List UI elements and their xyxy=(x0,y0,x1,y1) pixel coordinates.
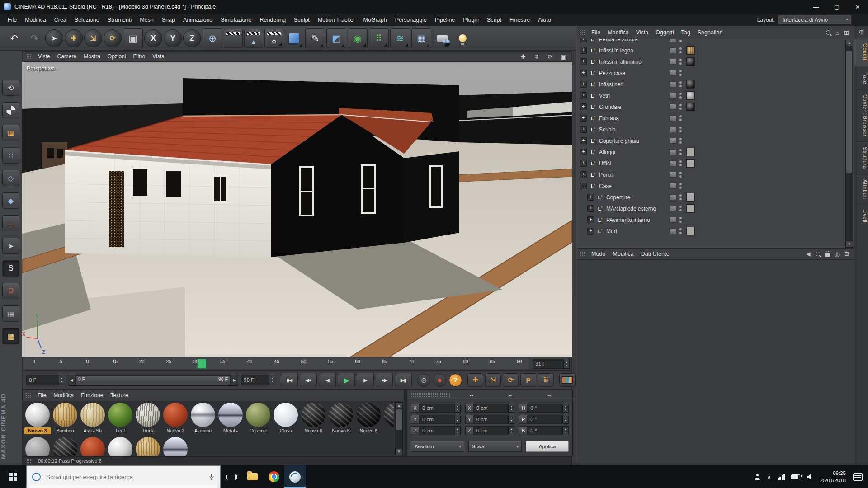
mograph-icon[interactable]: ⠿ xyxy=(369,28,389,48)
current-frame-field[interactable]: 31 F xyxy=(533,359,564,369)
material-sphere[interactable] xyxy=(25,403,50,427)
timeline-tick[interactable]: 85 xyxy=(487,359,497,369)
range-end-spinner[interactable] xyxy=(269,375,275,385)
object-label[interactable]: Coperture xyxy=(606,194,630,201)
layer-tag-icon[interactable] xyxy=(670,172,676,178)
material-name[interactable]: Ceramic xyxy=(245,427,271,434)
redo-icon[interactable]: ↷ xyxy=(25,29,44,48)
subdivision-surface-icon[interactable]: ◩ xyxy=(326,28,346,48)
position-group-dropdown[interactable]: -- xyxy=(452,392,491,398)
material-name[interactable]: Leaf xyxy=(107,427,133,434)
menu-item[interactable]: Simulazione xyxy=(217,15,255,25)
menu-item[interactable]: File xyxy=(588,28,604,37)
layer-tag-icon[interactable] xyxy=(670,206,676,211)
object-label[interactable]: Persiane scuola xyxy=(599,39,637,42)
rot-h-spinner[interactable] xyxy=(563,404,569,413)
menu-item[interactable]: Modifica xyxy=(604,28,632,37)
expand-toggle-icon[interactable]: + xyxy=(580,126,587,133)
material-item[interactable]: Leaf xyxy=(107,402,133,436)
material-sphere[interactable] xyxy=(191,403,215,427)
visibility-dots-icon[interactable] xyxy=(679,194,682,200)
gear-icon[interactable]: ⚙ xyxy=(859,28,864,35)
battery-icon[interactable] xyxy=(791,474,800,479)
visibility-dots-icon[interactable] xyxy=(679,115,682,121)
size-y-spinner[interactable] xyxy=(509,415,514,424)
material-item[interactable] xyxy=(24,436,51,456)
menu-item[interactable]: Plugin xyxy=(459,15,483,25)
range-right-arrow[interactable]: ▶ xyxy=(231,375,238,385)
zoom-view-icon[interactable]: ⇕ xyxy=(533,53,541,60)
grid-icon[interactable] xyxy=(844,251,849,257)
material-item[interactable]: Aluminu xyxy=(190,402,216,436)
key-rotation-button[interactable]: ⟳ xyxy=(503,373,519,387)
object-row[interactable]: + Coperture xyxy=(576,192,854,203)
key-position-button[interactable]: ✚ xyxy=(467,373,483,387)
range-left-arrow[interactable]: ◀ xyxy=(68,375,75,385)
next-key-button[interactable]: ●▶ xyxy=(376,373,393,387)
go-to-end-button[interactable]: ▶▮ xyxy=(395,373,412,387)
material-sphere[interactable] xyxy=(108,437,132,456)
material-chip[interactable] xyxy=(686,193,695,202)
next-frame-button[interactable]: ▶ xyxy=(357,373,374,387)
search-icon[interactable] xyxy=(826,30,830,35)
workplane-mode-icon[interactable]: ▦ xyxy=(2,125,19,141)
material-chip[interactable] xyxy=(686,91,695,100)
spline-pen-icon[interactable]: ✎ xyxy=(305,28,325,48)
menu-item[interactable]: Tag xyxy=(678,28,694,37)
rot-p-input[interactable]: 0 ° xyxy=(528,415,563,424)
minimize-button[interactable]: — xyxy=(806,0,826,14)
object-label[interactable]: MArciapiede esterno xyxy=(606,206,656,212)
light-icon[interactable] xyxy=(453,29,472,48)
object-row[interactable]: + Persiane scuola xyxy=(576,39,854,45)
record-scene-button[interactable]: ⊘ xyxy=(417,374,430,387)
layer-tag-icon[interactable] xyxy=(670,59,676,65)
size-z-input[interactable]: 0 cm xyxy=(474,426,509,435)
material-name[interactable]: Nuovo.3 xyxy=(24,427,51,434)
layer-tag-icon[interactable] xyxy=(670,217,676,223)
material-item[interactable]: Glass xyxy=(273,402,299,436)
rot-p-spinner[interactable] xyxy=(563,415,569,424)
material-item[interactable] xyxy=(162,436,189,456)
menu-item[interactable]: Segnalibri xyxy=(694,28,726,37)
object-row[interactable]: + Alloggi xyxy=(576,146,854,158)
layer-tag-icon[interactable] xyxy=(670,47,676,53)
layer-tag-icon[interactable] xyxy=(670,93,676,99)
material-item[interactable]: Nuovo.6 xyxy=(355,402,382,436)
timeline-tick[interactable]: 90 xyxy=(514,359,524,369)
material-item[interactable]: Nuovo.2 xyxy=(162,402,189,436)
panel-drag-handle[interactable] xyxy=(580,30,585,36)
material-item[interactable] xyxy=(383,402,394,436)
material-sphere[interactable] xyxy=(301,403,326,427)
material-item[interactable] xyxy=(135,436,161,456)
range-handle[interactable] xyxy=(76,376,230,385)
visibility-dots-icon[interactable] xyxy=(679,127,682,132)
layer-tag-icon[interactable] xyxy=(670,39,676,42)
expand-toggle-icon[interactable]: + xyxy=(580,103,587,110)
key-pla-button[interactable]: ⠿ xyxy=(538,373,554,387)
material-item[interactable] xyxy=(80,436,106,456)
key-parameter-button[interactable]: P xyxy=(520,373,536,387)
move-icon[interactable]: ✚ xyxy=(65,29,83,47)
expand-toggle-icon[interactable]: + xyxy=(587,228,594,235)
tab-livelli[interactable]: Livelli xyxy=(854,204,868,229)
menu-item[interactable]: Aiuto xyxy=(534,15,555,25)
search-icon[interactable] xyxy=(816,252,820,256)
menu-item[interactable]: Motion Tracker xyxy=(314,15,359,25)
menu-item[interactable]: Filtro xyxy=(130,52,149,61)
expand-toggle-icon[interactable]: + xyxy=(580,92,587,99)
object-label[interactable]: Porcili xyxy=(599,172,614,178)
coordinate-system-icon[interactable]: ⊕ xyxy=(203,28,222,48)
y-axis-lock-icon[interactable]: Y xyxy=(164,29,182,47)
object-row[interactable]: + Infissi in legno xyxy=(576,45,854,56)
active-tool-icon[interactable]: ▣ xyxy=(123,28,143,48)
menu-item[interactable]: Dati Utente xyxy=(637,249,673,258)
task-view-button[interactable] xyxy=(221,465,242,488)
visibility-dots-icon[interactable] xyxy=(679,160,682,166)
expand-toggle-icon[interactable]: + xyxy=(580,171,587,178)
size-group-dropdown[interactable]: -- xyxy=(491,392,530,398)
visibility-dots-icon[interactable] xyxy=(679,217,682,223)
material-name[interactable]: Trunk xyxy=(135,427,161,434)
material-chip[interactable] xyxy=(686,204,695,213)
material-sphere[interactable] xyxy=(53,437,77,456)
tab-oggetti[interactable]: Oggetti xyxy=(854,38,868,67)
